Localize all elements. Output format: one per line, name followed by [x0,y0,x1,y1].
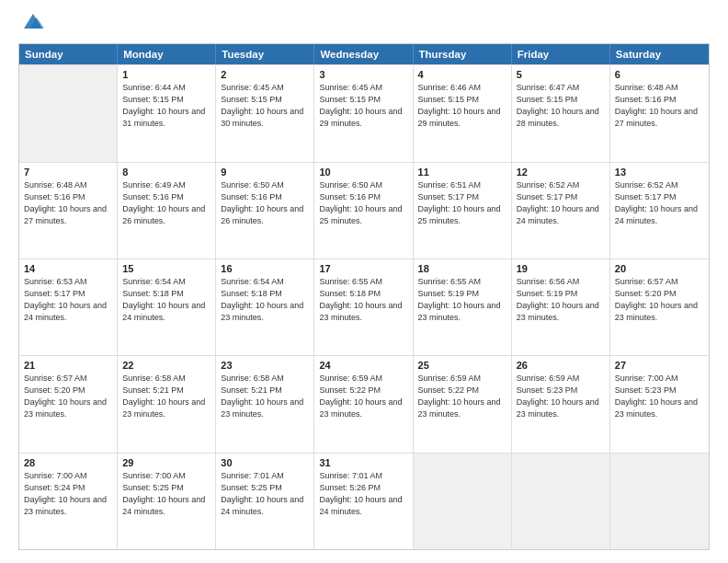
day-info: Sunrise: 6:44 AMSunset: 5:15 PMDaylight:… [122,82,210,130]
day-info: Sunrise: 6:48 AMSunset: 5:16 PMDaylight:… [615,82,704,130]
day-info: Sunrise: 6:54 AMSunset: 5:18 PMDaylight:… [122,276,210,324]
calendar-cell: 11Sunrise: 6:51 AMSunset: 5:17 PMDayligh… [414,163,512,259]
day-number: 21 [24,360,112,371]
day-number: 3 [319,69,407,80]
calendar-cell: 28Sunrise: 7:00 AMSunset: 5:24 PMDayligh… [19,454,118,549]
day-info: Sunrise: 6:50 AMSunset: 5:16 PMDaylight:… [319,179,407,227]
calendar-body: 1Sunrise: 6:44 AMSunset: 5:15 PMDaylight… [19,64,709,549]
calendar-cell: 10Sunrise: 6:50 AMSunset: 5:16 PMDayligh… [314,163,413,259]
day-info: Sunrise: 7:00 AMSunset: 5:23 PMDaylight:… [615,373,704,420]
day-info: Sunrise: 6:54 AMSunset: 5:18 PMDaylight:… [221,276,309,324]
day-info: Sunrise: 6:48 AMSunset: 5:16 PMDaylight:… [24,179,112,227]
day-info: Sunrise: 6:45 AMSunset: 5:15 PMDaylight:… [221,82,309,130]
logo [18,17,46,34]
header-day-saturday: Saturday [610,44,709,64]
day-info: Sunrise: 6:52 AMSunset: 5:17 PMDaylight:… [517,179,605,227]
day-number: 6 [615,69,704,80]
calendar-cell [512,454,610,549]
day-info: Sunrise: 6:55 AMSunset: 5:18 PMDaylight:… [319,276,407,324]
calendar-cell: 2Sunrise: 6:45 AMSunset: 5:15 PMDaylight… [216,65,314,161]
day-number: 22 [122,360,210,371]
day-number: 5 [517,69,605,80]
page: SundayMondayTuesdayWednesdayThursdayFrid… [0,0,728,563]
day-number: 17 [319,263,407,274]
day-number: 26 [517,360,605,371]
day-number: 16 [221,263,309,274]
calendar-cell: 13Sunrise: 6:52 AMSunset: 5:17 PMDayligh… [610,163,709,259]
day-info: Sunrise: 6:59 AMSunset: 5:23 PMDaylight:… [517,373,605,420]
day-number: 7 [24,167,112,178]
day-number: 10 [319,167,407,178]
day-info: Sunrise: 6:58 AMSunset: 5:21 PMDaylight:… [122,373,210,420]
day-number: 30 [221,457,309,468]
day-number: 9 [221,167,309,178]
calendar-cell: 4Sunrise: 6:46 AMSunset: 5:15 PMDaylight… [414,65,512,161]
day-info: Sunrise: 6:55 AMSunset: 5:19 PMDaylight:… [418,276,506,324]
day-number: 11 [418,167,506,178]
calendar-cell: 7Sunrise: 6:48 AMSunset: 5:16 PMDaylight… [19,163,118,259]
header-day-monday: Monday [118,44,216,64]
calendar-row-4: 21Sunrise: 6:57 AMSunset: 5:20 PMDayligh… [19,355,709,452]
calendar-cell: 24Sunrise: 6:59 AMSunset: 5:22 PMDayligh… [314,356,413,452]
calendar-cell: 1Sunrise: 6:44 AMSunset: 5:15 PMDaylight… [118,65,216,161]
calendar-cell: 3Sunrise: 6:45 AMSunset: 5:15 PMDaylight… [314,65,413,161]
day-info: Sunrise: 6:50 AMSunset: 5:16 PMDaylight:… [221,179,309,227]
day-info: Sunrise: 7:01 AMSunset: 5:25 PMDaylight:… [221,470,309,518]
day-info: Sunrise: 6:53 AMSunset: 5:17 PMDaylight:… [24,276,112,324]
day-number: 8 [122,167,210,178]
day-number: 23 [221,360,309,371]
calendar-cell: 26Sunrise: 6:59 AMSunset: 5:23 PMDayligh… [512,356,610,452]
calendar-cell [414,454,512,549]
day-number: 27 [615,360,704,371]
calendar: SundayMondayTuesdayWednesdayThursdayFrid… [18,43,710,550]
calendar-row-2: 7Sunrise: 6:48 AMSunset: 5:16 PMDaylight… [19,162,709,259]
day-info: Sunrise: 6:45 AMSunset: 5:15 PMDaylight:… [319,82,407,130]
logo-icon [20,8,46,34]
day-info: Sunrise: 6:56 AMSunset: 5:19 PMDaylight:… [517,276,605,324]
calendar-cell: 16Sunrise: 6:54 AMSunset: 5:18 PMDayligh… [216,259,314,355]
calendar-cell: 6Sunrise: 6:48 AMSunset: 5:16 PMDaylight… [610,65,709,161]
header-day-tuesday: Tuesday [216,44,314,64]
day-number: 13 [615,167,704,178]
calendar-cell [19,65,118,161]
day-info: Sunrise: 7:00 AMSunset: 5:24 PMDaylight:… [24,470,112,518]
day-number: 31 [319,457,407,468]
calendar-cell [610,454,709,549]
calendar-cell: 20Sunrise: 6:57 AMSunset: 5:20 PMDayligh… [610,259,709,355]
day-info: Sunrise: 6:59 AMSunset: 5:22 PMDaylight:… [319,373,407,420]
day-number: 4 [418,69,506,80]
day-number: 20 [615,263,704,274]
day-number: 29 [122,457,210,468]
day-number: 25 [418,360,506,371]
calendar-row-3: 14Sunrise: 6:53 AMSunset: 5:17 PMDayligh… [19,259,709,355]
calendar-cell: 25Sunrise: 6:59 AMSunset: 5:22 PMDayligh… [414,356,512,452]
day-info: Sunrise: 6:46 AMSunset: 5:15 PMDaylight:… [418,82,506,130]
calendar-cell: 17Sunrise: 6:55 AMSunset: 5:18 PMDayligh… [314,259,413,355]
day-info: Sunrise: 6:57 AMSunset: 5:20 PMDaylight:… [615,276,704,324]
day-info: Sunrise: 6:47 AMSunset: 5:15 PMDaylight:… [517,82,605,130]
calendar-cell: 12Sunrise: 6:52 AMSunset: 5:17 PMDayligh… [512,163,610,259]
day-info: Sunrise: 6:51 AMSunset: 5:17 PMDaylight:… [418,179,506,227]
calendar-cell: 31Sunrise: 7:01 AMSunset: 5:26 PMDayligh… [314,454,413,549]
calendar-cell: 18Sunrise: 6:55 AMSunset: 5:19 PMDayligh… [414,259,512,355]
day-info: Sunrise: 6:58 AMSunset: 5:21 PMDaylight:… [221,373,309,420]
calendar-cell: 30Sunrise: 7:01 AMSunset: 5:25 PMDayligh… [216,454,314,549]
day-number: 1 [122,69,210,80]
calendar-cell: 19Sunrise: 6:56 AMSunset: 5:19 PMDayligh… [512,259,610,355]
day-info: Sunrise: 6:59 AMSunset: 5:22 PMDaylight:… [418,373,506,420]
day-number: 18 [418,263,506,274]
calendar-cell: 29Sunrise: 7:00 AMSunset: 5:25 PMDayligh… [118,454,216,549]
header-day-sunday: Sunday [19,44,118,64]
calendar-row-5: 28Sunrise: 7:00 AMSunset: 5:24 PMDayligh… [19,453,709,549]
calendar-header: SundayMondayTuesdayWednesdayThursdayFrid… [19,44,709,64]
header-day-friday: Friday [512,44,610,64]
day-info: Sunrise: 6:49 AMSunset: 5:16 PMDaylight:… [122,179,210,227]
header-day-thursday: Thursday [414,44,512,64]
day-info: Sunrise: 7:00 AMSunset: 5:25 PMDaylight:… [122,470,210,518]
calendar-cell: 5Sunrise: 6:47 AMSunset: 5:15 PMDaylight… [512,65,610,161]
calendar-cell: 22Sunrise: 6:58 AMSunset: 5:21 PMDayligh… [118,356,216,452]
day-info: Sunrise: 6:52 AMSunset: 5:17 PMDaylight:… [615,179,704,227]
calendar-cell: 14Sunrise: 6:53 AMSunset: 5:17 PMDayligh… [19,259,118,355]
day-number: 19 [517,263,605,274]
calendar-cell: 21Sunrise: 6:57 AMSunset: 5:20 PMDayligh… [19,356,118,452]
